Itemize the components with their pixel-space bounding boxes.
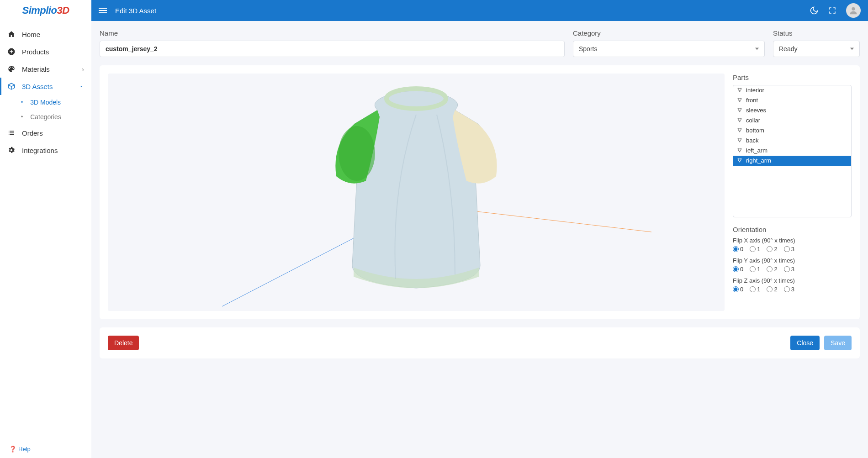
flip-x-option-1[interactable]: 1: [750, 246, 760, 253]
svg-point-19: [741, 128, 741, 129]
svg-point-7: [741, 88, 741, 89]
flip-x-option-3[interactable]: 3: [784, 246, 794, 253]
part-item-bottom[interactable]: bottom: [733, 126, 851, 136]
status-select[interactable]: Ready: [773, 41, 860, 57]
svg-point-26: [739, 151, 740, 152]
part-item-front[interactable]: front: [733, 95, 851, 105]
part-item-sleeves[interactable]: sleeves: [733, 105, 851, 116]
help-label: Help: [18, 446, 31, 453]
parts-list: interiorfrontsleevescollarbottombackleft…: [733, 85, 852, 217]
palette-icon: [7, 65, 16, 73]
nav-3d-assets[interactable]: 3D Assets: [0, 78, 91, 95]
gear-icon: [7, 146, 16, 154]
svg-point-10: [741, 98, 741, 99]
label-status: Status: [773, 29, 860, 37]
field-category: Category Sports: [573, 29, 765, 57]
category-value: Sports: [579, 45, 597, 53]
home-icon: [7, 30, 16, 38]
label-name: Name: [100, 29, 565, 37]
part-label: bottom: [746, 126, 764, 135]
nav-label: 3D Assets: [22, 83, 53, 90]
flip-x-option-2[interactable]: 2: [767, 246, 777, 253]
flip-z-option-0[interactable]: 0: [733, 286, 743, 293]
parts-panel: Parts interiorfrontsleevescollarbottomba…: [733, 74, 852, 217]
flip-x-label: Flip X axis (90° x times): [733, 237, 852, 244]
svg-point-28: [741, 158, 741, 159]
save-button[interactable]: Save: [824, 336, 852, 350]
close-button[interactable]: Close: [790, 336, 820, 350]
help-link[interactable]: ❓ Help: [0, 440, 91, 458]
svg-point-18: [738, 128, 739, 129]
fullscreen-icon[interactable]: [828, 6, 837, 15]
svg-point-9: [738, 98, 739, 99]
name-input[interactable]: [100, 41, 565, 57]
svg-point-5: [339, 126, 375, 181]
sidebar: Simplio3D Home Products Materials › 3D A…: [0, 0, 91, 458]
mesh-icon: [737, 158, 743, 164]
svg-point-1: [852, 7, 855, 11]
flip-y-option-2[interactable]: 2: [767, 266, 777, 273]
mesh-icon: [737, 97, 743, 104]
part-item-left_arm[interactable]: left_arm: [733, 146, 851, 156]
flip-y-label: Flip Y axis (90° x times): [733, 257, 852, 264]
delete-button[interactable]: Delete: [108, 336, 139, 350]
nav-products[interactable]: Products: [0, 43, 91, 60]
flip-y-option-0[interactable]: 0: [733, 266, 743, 273]
nav-label: Materials: [22, 65, 50, 73]
flip-x-option-0[interactable]: 0: [733, 246, 743, 253]
subnav-assets: 3D Models Categories: [0, 95, 91, 124]
mesh-icon: [737, 107, 743, 114]
flip-z-option-2[interactable]: 2: [767, 286, 777, 293]
category-select[interactable]: Sports: [573, 41, 765, 57]
flip-z-option-3[interactable]: 3: [784, 286, 794, 293]
svg-point-6: [738, 88, 739, 89]
flip-z-option-1[interactable]: 1: [750, 286, 760, 293]
cube-icon: [7, 82, 16, 90]
chevron-down-icon: [79, 84, 84, 89]
status-value: Ready: [779, 45, 797, 53]
svg-point-8: [739, 91, 740, 92]
subnav-label: Categories: [30, 113, 61, 121]
field-name: Name: [100, 29, 565, 57]
nav-label: Orders: [22, 129, 43, 137]
part-label: left_arm: [746, 147, 767, 155]
svg-point-12: [738, 108, 739, 109]
user-avatar[interactable]: [846, 3, 861, 18]
brand-logo[interactable]: Simplio3D: [0, 0, 91, 21]
orientation-title: Orientation: [733, 226, 852, 233]
svg-point-16: [741, 118, 741, 119]
nav: Home Products Materials › 3D Assets 3D M…: [0, 21, 91, 440]
3d-viewport[interactable]: [108, 74, 725, 311]
svg-point-21: [738, 138, 739, 139]
mesh-icon: [737, 147, 743, 154]
brand-part1: Simplio: [22, 5, 57, 16]
help-icon: ❓: [9, 446, 16, 453]
nav-orders[interactable]: Orders: [0, 124, 91, 142]
flip-z-label: Flip Z axis (90° x times): [733, 277, 852, 284]
chevron-right-icon: ›: [82, 65, 84, 73]
list-icon: [7, 129, 16, 137]
flip-y-group: Flip Y axis (90° x times)0123: [733, 257, 852, 273]
svg-point-14: [739, 111, 740, 112]
part-label: interior: [746, 86, 764, 95]
menu-toggle[interactable]: [99, 8, 107, 13]
nav-integrations[interactable]: Integrations: [0, 142, 91, 159]
nav-home[interactable]: Home: [0, 26, 91, 43]
part-item-right_arm[interactable]: right_arm: [733, 156, 851, 166]
subnav-3d-models[interactable]: 3D Models: [14, 95, 91, 110]
nav-materials[interactable]: Materials ›: [0, 60, 91, 78]
nav-label: Integrations: [22, 147, 58, 154]
svg-point-20: [739, 131, 740, 132]
part-item-interior[interactable]: interior: [733, 85, 851, 95]
brand-part2: 3D: [57, 5, 69, 16]
flip-y-option-1[interactable]: 1: [750, 266, 760, 273]
part-item-back[interactable]: back: [733, 136, 851, 146]
subnav-label: 3D Models: [30, 99, 61, 106]
svg-point-13: [741, 108, 741, 109]
subnav-categories[interactable]: Categories: [14, 110, 91, 124]
moon-icon[interactable]: [810, 6, 819, 15]
main: Edit 3D Asset Name Category Sports Sta: [91, 0, 868, 458]
flip-y-option-3[interactable]: 3: [784, 266, 794, 273]
nav-label: Home: [22, 31, 40, 38]
part-item-collar[interactable]: collar: [733, 116, 851, 126]
